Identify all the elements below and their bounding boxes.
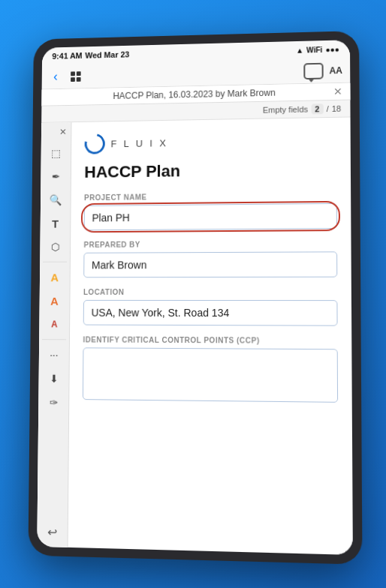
- logo-circle-icon: [81, 130, 109, 158]
- ccp-label: IDENTIFY CRITICAL CONTROL POINTS (CCP): [83, 335, 337, 345]
- company-name: F L U I X: [111, 137, 168, 149]
- prepared-by-label: PREPARED BY: [84, 239, 338, 249]
- tab-close-button[interactable]: ✕: [333, 86, 342, 98]
- project-name-input[interactable]: Plan PH: [84, 203, 337, 230]
- back-button[interactable]: ‹: [49, 68, 62, 86]
- ccp-textarea[interactable]: [83, 347, 338, 403]
- stamp-tool-button[interactable]: ⬇: [43, 368, 65, 389]
- toolbar: ✕ ⬚ ✒ 🔍 T ⬡ A A A ··· ⬇ ✑ ↩: [37, 122, 71, 548]
- company-logo: F L U I X: [85, 130, 337, 154]
- prepared-by-input[interactable]: Mark Brown: [83, 251, 337, 278]
- status-right: ▲WiFi●●●: [296, 45, 339, 54]
- tablet-device: 9:41 AM Wed Mar 23 ▲WiFi●●● ‹ AA HACCP P…: [28, 31, 362, 565]
- project-name-field-wrapper: Plan PH: [84, 203, 337, 230]
- selection-tool-button[interactable]: ⬚: [45, 142, 67, 164]
- tab-title: HACCP Plan, 16.03.2023 by Mark Brown: [113, 88, 276, 101]
- magnify-tool-button[interactable]: 🔍: [44, 190, 66, 211]
- comment-tool-button[interactable]: ···: [43, 344, 65, 365]
- font-size-button[interactable]: AA: [329, 65, 342, 76]
- signature-tool-button[interactable]: ✑: [43, 392, 65, 413]
- location-label: LOCATION: [83, 288, 337, 296]
- pen-tool-button[interactable]: ✒: [45, 166, 67, 188]
- empty-fields-label: Empty fields: [263, 105, 308, 115]
- document-area: F L U I X HACCP Plan PROJECT NAME Plan P…: [68, 117, 353, 554]
- shape-tool-button[interactable]: ⬡: [44, 236, 66, 257]
- empty-fields-total: 18: [332, 104, 342, 113]
- empty-fields-count: 2: [311, 104, 323, 114]
- undo-button[interactable]: ↩: [41, 521, 64, 543]
- document-title: HACCP Plan: [84, 160, 336, 182]
- toolbar-divider-1: [43, 262, 67, 262]
- grid-icon[interactable]: [68, 68, 83, 85]
- project-name-label: PROJECT NAME: [84, 191, 337, 202]
- status-time: 9:41 AM: [52, 51, 82, 61]
- highlight-red-button[interactable]: A: [44, 314, 65, 335]
- status-date: Wed Mar 23: [85, 50, 129, 60]
- toolbar-divider-2: [42, 339, 66, 340]
- chat-icon[interactable]: [303, 62, 323, 79]
- toolbar-close-button[interactable]: ✕: [59, 127, 71, 137]
- tablet-screen: 9:41 AM Wed Mar 23 ▲WiFi●●● ‹ AA HACCP P…: [37, 40, 353, 555]
- highlight-orange-button[interactable]: A: [44, 290, 65, 311]
- highlight-yellow-button[interactable]: A: [44, 267, 65, 288]
- location-input[interactable]: USA, New York, St. Road 134: [83, 300, 338, 326]
- empty-fields-separator: /: [327, 104, 329, 113]
- content-area: ✕ ⬚ ✒ 🔍 T ⬡ A A A ··· ⬇ ✑ ↩: [37, 117, 353, 554]
- text-tool-button[interactable]: T: [44, 213, 66, 234]
